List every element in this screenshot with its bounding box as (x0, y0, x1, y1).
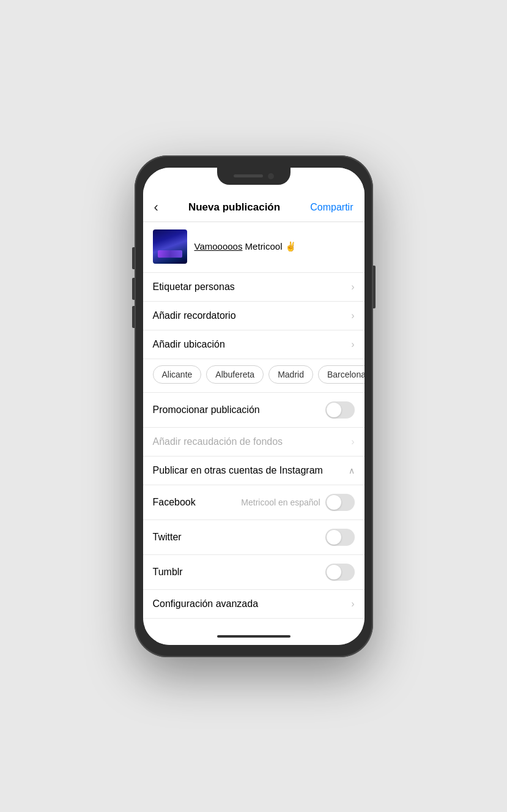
tag-people-item[interactable]: Etiquetar personas › (143, 273, 365, 302)
scroll-content[interactable]: Vamooooos Metricool ✌️ Etiquetar persona… (143, 222, 365, 628)
location-tag-albufereta[interactable]: Albufereta (206, 365, 264, 384)
phone-frame: ‹ Nueva publicación Compartir Vamooooos … (135, 155, 373, 657)
location-tag-barcelona[interactable]: Barcelona (318, 365, 365, 384)
tumblr-item: Tumblr (143, 555, 365, 590)
chevron-icon: › (351, 281, 354, 292)
add-location-label: Añadir ubicación (153, 339, 225, 350)
add-location-item[interactable]: Añadir ubicación › (143, 330, 365, 359)
advanced-settings-item[interactable]: Configuración avanzada › (143, 590, 365, 619)
facebook-toggle[interactable] (325, 494, 355, 511)
post-caption: Vamooooos Metricool ✌️ (194, 240, 297, 253)
speaker (234, 174, 263, 177)
fundraiser-label: Añadir recaudación de fondos (153, 436, 283, 447)
home-bar (217, 635, 291, 638)
post-thumbnail (153, 229, 187, 264)
facebook-right: Metricool en español (241, 494, 354, 511)
share-button[interactable]: Compartir (310, 202, 353, 213)
caret-up-icon: ∧ (349, 466, 355, 475)
advanced-settings-label: Configuración avanzada (153, 598, 259, 609)
twitter-label: Twitter (153, 532, 182, 543)
facebook-sublabel: Metricool en español (241, 497, 320, 507)
add-reminder-label: Añadir recordatorio (153, 310, 236, 321)
chevron-icon: › (351, 339, 354, 350)
tumblr-toggle[interactable] (325, 564, 355, 581)
cross-post-section[interactable]: Publicar en otras cuentas de Instagram ∧ (143, 456, 365, 485)
chevron-icon: › (351, 436, 354, 447)
fundraiser-item[interactable]: Añadir recaudación de fondos › (143, 428, 365, 456)
post-caption-text: Metricool ✌️ (242, 241, 296, 251)
twitter-item: Twitter (143, 520, 365, 555)
promote-label: Promocionar publicación (153, 404, 260, 415)
tumblr-label: Tumblr (153, 567, 183, 578)
status-bar (143, 168, 365, 195)
thumbnail-image (153, 229, 187, 264)
notch (217, 168, 291, 185)
chevron-icon: › (351, 598, 354, 609)
post-header: Vamooooos Metricool ✌️ (143, 222, 365, 273)
twitter-toggle[interactable] (325, 529, 355, 546)
nav-bar: ‹ Nueva publicación Compartir (143, 195, 365, 222)
location-tag-madrid[interactable]: Madrid (268, 365, 313, 384)
promote-item: Promocionar publicación (143, 393, 365, 428)
location-tag-alicante[interactable]: Alicante (153, 365, 202, 384)
page-title: Nueva publicación (188, 201, 280, 214)
promote-toggle[interactable] (325, 401, 355, 419)
camera (268, 173, 274, 179)
add-reminder-item[interactable]: Añadir recordatorio › (143, 302, 365, 330)
facebook-item: Facebook Metricool en español (143, 485, 365, 520)
chevron-icon: › (351, 310, 354, 321)
home-indicator (143, 628, 365, 645)
location-tags-row: Alicante Albufereta Madrid Barcelona Ali… (143, 359, 365, 393)
facebook-label: Facebook (153, 497, 196, 508)
cross-post-label: Publicar en otras cuentas de Instagram (153, 465, 323, 476)
back-button[interactable]: ‹ (154, 199, 158, 215)
phone-screen: ‹ Nueva publicación Compartir Vamooooos … (143, 168, 365, 645)
post-username: Vamooooos (194, 241, 243, 251)
tag-people-label: Etiquetar personas (153, 281, 235, 292)
